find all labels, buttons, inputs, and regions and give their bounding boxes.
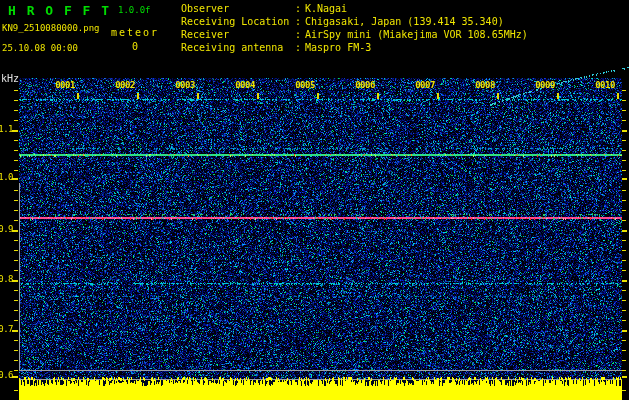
app-version: 1.0.0f (118, 6, 151, 15)
info-label: Receiving antenna (181, 42, 295, 55)
time-label: 0006 (347, 81, 383, 90)
observation-datetime: 25.10.08 00:00 (2, 44, 78, 53)
time-label: 0008 (467, 81, 503, 90)
info-value: Maspro FM-3 (305, 42, 371, 55)
info-row-observer: Observer:K.Nagai (181, 3, 528, 16)
info-row-location: Receiving Location:Chigasaki, Japan (139… (181, 16, 528, 29)
info-value: Chigasaki, Japan (139.414 35.340) (305, 16, 504, 29)
time-label: 0003 (167, 81, 203, 90)
info-label: Receiving Location (181, 16, 295, 29)
y-axis-unit-label: kHz (1, 74, 19, 84)
info-separator: : (295, 16, 305, 29)
freq-label: 1.0 (0, 173, 13, 182)
app-title: H R O F F T (8, 4, 111, 17)
info-label: Observer (181, 3, 295, 16)
time-label: 0001 (47, 81, 83, 90)
freq-label: 0.9 (0, 225, 13, 234)
time-label: 0007 (407, 81, 443, 90)
output-filename: KN9_2510080000.png (2, 24, 100, 33)
time-label: 0002 (107, 81, 143, 90)
info-row-antenna: Receiving antenna:Maspro FM-3 (181, 42, 528, 55)
app-window: H R O F F T 1.0.0f KN9_2510080000.png me… (0, 0, 629, 400)
freq-label: 0.6 (0, 371, 13, 380)
info-separator: : (295, 29, 305, 42)
freq-label: 0.8 (0, 275, 13, 284)
info-value: K.Nagai (305, 3, 347, 16)
observation-info: Observer:K.Nagai Receiving Location:Chig… (181, 3, 528, 55)
freq-label: 0.7 (0, 325, 13, 334)
freq-label: 1.1 (0, 125, 13, 134)
time-label: 0010 (587, 81, 623, 90)
spectrogram-canvas (0, 0, 629, 400)
time-label: 0005 (287, 81, 323, 90)
time-label: 0004 (227, 81, 263, 90)
info-label: Receiver (181, 29, 295, 42)
meteor-counter-value: 0 (112, 42, 158, 52)
meteor-counter-label: meteor (111, 28, 159, 38)
info-separator: : (295, 42, 305, 55)
info-separator: : (295, 3, 305, 16)
time-label: 0009 (527, 81, 563, 90)
info-row-receiver: Receiver:AirSpy mini (Miakejima VOR 108.… (181, 29, 528, 42)
info-value: AirSpy mini (Miakejima VOR 108.65MHz) (305, 29, 528, 42)
